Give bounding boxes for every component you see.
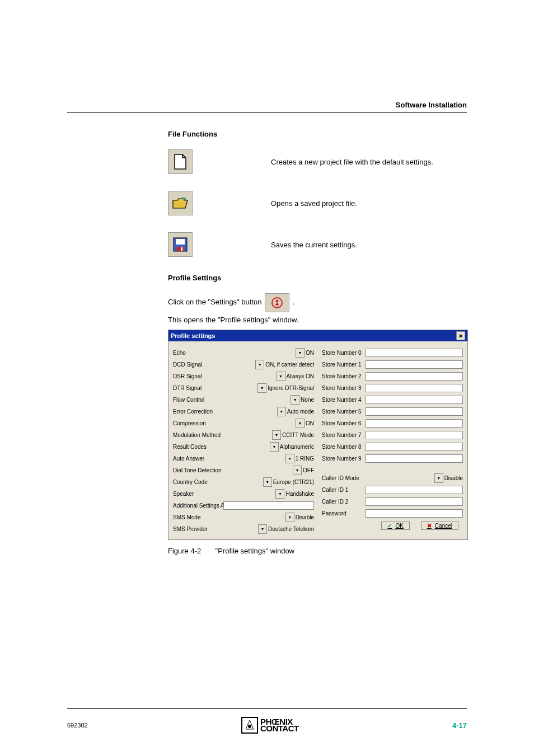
setting-value: None — [301, 397, 314, 403]
store-input[interactable] — [366, 349, 463, 357]
setting-value: ON, if carrier detect — [265, 361, 314, 368]
setting-row: SMS Provider▼Deutsche Telekom — [173, 523, 314, 534]
setting-value: Alphanumeric — [280, 444, 314, 450]
chevron-down-icon[interactable]: ▼ — [285, 513, 294, 522]
store-label: Store Number 0 — [322, 350, 366, 356]
figure-caption: Figure 4-2 "Profile settings" window — [168, 547, 467, 555]
save-file-desc: Saves the current settings. — [271, 241, 357, 249]
setting-value: Auto mode — [287, 408, 314, 415]
chevron-down-icon[interactable]: ▼ — [291, 395, 299, 405]
store-row: Store Number 6 — [322, 417, 463, 429]
chevron-down-icon[interactable]: ▼ — [277, 407, 286, 416]
store-input[interactable] — [366, 443, 463, 451]
chevron-down-icon[interactable]: ▼ — [275, 489, 284, 499]
setting-row: Echo▼ON — [173, 347, 314, 358]
extra-row: Password — [322, 508, 463, 519]
store-row: Store Number 8 — [322, 441, 463, 452]
setting-label: Result Codes — [173, 444, 223, 450]
ok-button[interactable]: ✔OK — [381, 522, 409, 530]
store-input[interactable] — [366, 419, 463, 428]
chevron-down-icon[interactable]: ▼ — [257, 383, 266, 393]
store-label: Store Number 1 — [322, 361, 366, 368]
store-row: Store Number 9 — [322, 453, 463, 464]
chevron-down-icon[interactable]: ▼ — [263, 477, 272, 487]
extra-row: Caller ID 2 — [322, 496, 463, 507]
setting-label: SMS Mode — [173, 514, 223, 520]
setting-row: SMS Mode▼Disable — [173, 511, 314, 523]
store-input[interactable] — [366, 372, 463, 381]
extra-input[interactable] — [366, 486, 463, 494]
extra-label: Caller ID 2 — [322, 499, 366, 505]
setting-row: Error Correction▼Auto mode — [173, 406, 314, 417]
profile-settings-title: Profile Settings — [168, 274, 467, 282]
svg-rect-2 — [177, 247, 184, 251]
store-input[interactable] — [366, 384, 463, 392]
setting-label: DTR Signal — [173, 385, 223, 391]
footer-pagenum: 4-17 — [452, 721, 467, 730]
cancel-button[interactable]: ✖Cancel — [421, 522, 458, 530]
chevron-down-icon[interactable]: ▼ — [255, 360, 264, 369]
setting-label: Speaker — [173, 491, 223, 497]
store-row: Store Number 5 — [322, 406, 463, 417]
chevron-down-icon[interactable]: ▼ — [296, 348, 305, 358]
store-input[interactable] — [366, 360, 463, 369]
save-file-icon — [168, 232, 193, 257]
setting-row: Modulation Method▼CCITT Mode — [173, 429, 314, 440]
setting-value: ON — [306, 350, 314, 356]
new-file-desc: Creates a new project file with the defa… — [271, 158, 433, 166]
setting-value: Europe (CTR21) — [273, 479, 314, 485]
svg-point-6 — [248, 725, 251, 728]
store-input[interactable] — [366, 407, 463, 416]
chevron-down-icon[interactable]: ▼ — [293, 466, 302, 475]
store-input[interactable] — [366, 431, 463, 439]
file-functions-title: File Functions — [168, 130, 467, 138]
setting-label: Auto Answer — [173, 456, 223, 462]
open-file-desc: Opens a saved project file. — [271, 199, 357, 208]
dialog-title: Profile settings — [171, 332, 215, 339]
store-label: Store Number 9 — [322, 456, 366, 462]
setting-text-input[interactable] — [223, 501, 314, 510]
chevron-down-icon[interactable]: ▼ — [296, 419, 305, 428]
chevron-down-icon[interactable]: ▼ — [270, 442, 279, 452]
store-row: Store Number 7 — [322, 429, 463, 440]
svg-rect-1 — [176, 239, 185, 245]
setting-value: Handshake — [285, 491, 314, 497]
setting-value: Always ON — [287, 373, 314, 379]
setting-row: Result Codes▼Alphanumeric — [173, 441, 314, 452]
store-input[interactable] — [366, 396, 463, 404]
chevron-down-icon[interactable]: ▼ — [434, 473, 443, 483]
setting-label: Country Code — [173, 479, 223, 485]
store-input[interactable] — [366, 454, 463, 463]
profile-settings-dialog: Profile settings ✕ Echo▼ONDCD Signal▼ON,… — [168, 330, 468, 540]
setting-value: OFF — [303, 467, 314, 473]
svg-rect-3 — [181, 247, 182, 251]
setting-label: Flow Control — [173, 397, 223, 403]
store-label: Store Number 3 — [322, 385, 366, 391]
extra-input[interactable] — [366, 497, 463, 506]
store-row: Store Number 0 — [322, 347, 463, 358]
profile-line2: This opens the "Profile settings" window… — [168, 316, 467, 324]
settings-icon — [265, 293, 289, 312]
setting-value: 1 RING — [296, 456, 314, 462]
chevron-down-icon[interactable]: ▼ — [272, 430, 281, 440]
store-row: Store Number 3 — [322, 382, 463, 393]
svg-point-4 — [272, 298, 282, 308]
store-row: Store Number 1 — [322, 359, 463, 370]
setting-row: Additional Settings AT — [173, 500, 314, 511]
store-label: Store Number 6 — [322, 420, 366, 426]
open-file-icon — [168, 191, 193, 215]
chevron-down-icon[interactable]: ▼ — [277, 372, 285, 381]
store-label: Store Number 8 — [322, 444, 366, 450]
extra-row: Caller ID Mode▼Disable — [322, 472, 463, 483]
setting-label: Modulation Method — [173, 432, 223, 438]
footer-docnum: 692302 — [67, 722, 88, 729]
setting-label: DSR Signal — [173, 373, 223, 379]
extra-label: Caller ID Mode — [322, 475, 366, 481]
chevron-down-icon[interactable]: ▼ — [258, 524, 267, 534]
close-icon[interactable]: ✕ — [456, 331, 465, 340]
chevron-down-icon[interactable]: ▼ — [285, 454, 294, 463]
setting-row: Dial Tone Detection▼OFF — [173, 464, 314, 476]
setting-label: Additional Settings AT — [173, 503, 223, 509]
extra-input[interactable] — [366, 509, 463, 518]
header-section: Software Installation — [67, 22, 467, 113]
